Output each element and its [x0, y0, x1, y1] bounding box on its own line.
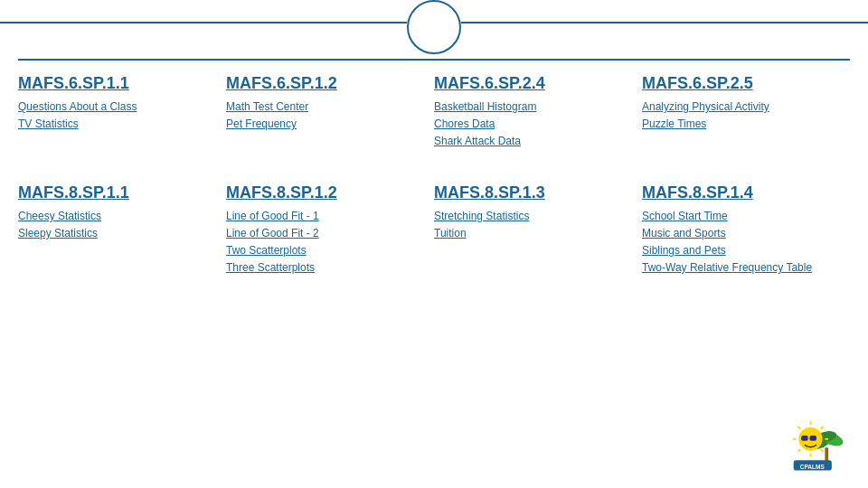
- svg-line-11: [820, 426, 823, 428]
- top-line-right: [461, 22, 868, 23]
- top-line-left: [0, 22, 407, 23]
- col-mafs_6_sp_1_2: MAFS.6.SP.1.2Math Test CenterPet Frequen…: [226, 74, 434, 152]
- svg-line-12: [797, 449, 800, 452]
- col-mafs_8_sp_1_2: MAFS.8.SP.1.2Line of Good Fit - 1Line of…: [226, 183, 434, 278]
- col-mafs_6_sp_2_5: MAFS.6.SP.2.5Analyzing Physical Activity…: [642, 74, 850, 152]
- link-item[interactable]: Analyzing Physical Activity: [642, 100, 841, 113]
- col-mafs_8_sp_1_1: MAFS.8.SP.1.1Cheesy StatisticsSleepy Sta…: [18, 183, 226, 278]
- col-mafs_8_sp_1_4: MAFS.8.SP.1.4School Start TimeMusic and …: [642, 183, 850, 278]
- top-bar: [0, 0, 868, 45]
- algebra-badge: [407, 0, 461, 54]
- link-item[interactable]: Music and Sports: [642, 227, 841, 239]
- link-item[interactable]: Math Test Center: [226, 100, 425, 113]
- svg-rect-13: [801, 436, 808, 441]
- link-item[interactable]: Two Scatterplots: [226, 244, 425, 257]
- link-item[interactable]: TV Statistics: [18, 117, 217, 130]
- link-item[interactable]: Tuition: [434, 227, 633, 239]
- svg-rect-14: [809, 436, 816, 441]
- section-header-mafs_6_sp_2_5[interactable]: MAFS.6.SP.2.5: [642, 74, 841, 93]
- link-item[interactable]: Puzzle Times: [642, 117, 841, 130]
- svg-text:CPALMS: CPALMS: [799, 463, 825, 469]
- bottom-grid: MAFS.8.SP.1.1Cheesy StatisticsSleepy Sta…: [0, 183, 868, 278]
- link-item[interactable]: Basketball Histogram: [434, 100, 633, 113]
- link-item[interactable]: Sleepy Statistics: [18, 227, 217, 239]
- link-item[interactable]: Line of Good Fit - 2: [226, 227, 425, 239]
- svg-line-9: [797, 426, 800, 428]
- link-item[interactable]: Siblings and Pets: [642, 244, 841, 257]
- link-item[interactable]: Shark Attack Data: [434, 135, 633, 147]
- link-item[interactable]: Two-Way Relative Frequency Table: [642, 261, 841, 274]
- section-header-mafs_8_sp_1_4[interactable]: MAFS.8.SP.1.4: [642, 183, 841, 202]
- top-grid: MAFS.6.SP.1.1Questions About a ClassTV S…: [0, 74, 868, 170]
- link-item[interactable]: Chores Data: [434, 117, 633, 130]
- col-mafs_6_sp_1_1: MAFS.6.SP.1.1Questions About a ClassTV S…: [18, 74, 226, 152]
- section-header-mafs_8_sp_1_1[interactable]: MAFS.8.SP.1.1: [18, 183, 217, 202]
- section-header-mafs_6_sp_1_1[interactable]: MAFS.6.SP.1.1: [18, 74, 217, 93]
- col-mafs_6_sp_2_4: MAFS.6.SP.2.4Basketball HistogramChores …: [434, 74, 642, 152]
- link-item[interactable]: Stretching Statistics: [434, 210, 633, 222]
- link-item[interactable]: Cheesy Statistics: [18, 210, 217, 222]
- link-item[interactable]: Three Scatterplots: [226, 261, 425, 274]
- link-item[interactable]: School Start Time: [642, 210, 841, 222]
- svg-line-10: [820, 449, 823, 452]
- logo-area: CPALMS: [787, 407, 859, 479]
- link-item[interactable]: Line of Good Fit - 1: [226, 210, 425, 222]
- link-item[interactable]: Questions About a Class: [18, 100, 217, 113]
- link-item[interactable]: Pet Frequency: [226, 117, 425, 130]
- section-header-mafs_6_sp_2_4[interactable]: MAFS.6.SP.2.4: [434, 74, 633, 93]
- section-header-mafs_8_sp_1_3[interactable]: MAFS.8.SP.1.3: [434, 183, 633, 202]
- section-header-mafs_6_sp_1_2[interactable]: MAFS.6.SP.1.2: [226, 74, 425, 93]
- divider: [18, 59, 850, 61]
- section-header-mafs_8_sp_1_2[interactable]: MAFS.8.SP.1.2: [226, 183, 425, 202]
- col-mafs_8_sp_1_3: MAFS.8.SP.1.3Stretching StatisticsTuitio…: [434, 183, 642, 278]
